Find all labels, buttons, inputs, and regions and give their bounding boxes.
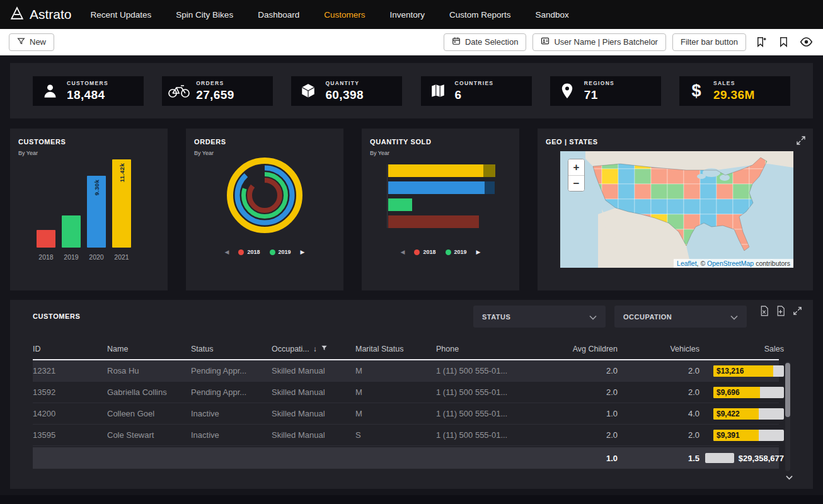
zoom-out-button[interactable]: −: [568, 175, 584, 191]
astrato-logo[interactable]: Astrato: [10, 6, 72, 23]
column-header-id[interactable]: ID: [33, 345, 107, 353]
legend-item-2018[interactable]: 2018: [238, 249, 260, 255]
state-shape[interactable]: [684, 199, 700, 214]
top-nav: Astrato Recent UpdatesSpin City BikesDas…: [0, 0, 823, 29]
nav-item-inventory[interactable]: Inventory: [389, 10, 425, 20]
table-row[interactable]: 14200Colleen GoelInactiveSkilled ManualM…: [33, 403, 779, 425]
state-shape[interactable]: [667, 184, 684, 199]
leaflet-link[interactable]: Leaflet: [677, 260, 697, 267]
eye-icon[interactable]: [798, 34, 814, 50]
state-shape[interactable]: [602, 169, 618, 184]
export-document-icon[interactable]: [776, 306, 785, 316]
legend-item-2018[interactable]: 2018: [414, 249, 435, 255]
hbar-2019[interactable]: [388, 198, 495, 211]
bar-2019[interactable]: [62, 215, 81, 248]
table-row[interactable]: 12321Rosa HuPending Appr...Skilled Manua…: [33, 360, 779, 382]
kpi-value: 29.36M: [713, 88, 755, 102]
state-shape[interactable]: [618, 169, 635, 184]
cell-occupation: Skilled Manual: [272, 387, 355, 397]
state-shape[interactable]: [651, 199, 667, 214]
state-shape[interactable]: [717, 199, 733, 214]
bar-2018[interactable]: [37, 230, 55, 248]
table-row[interactable]: 13592Gabriella CollinsPending Appr...Ski…: [33, 382, 779, 403]
donut-ring-2021[interactable]: [230, 161, 299, 230]
nav-item-dashboard[interactable]: Dashboard: [258, 10, 299, 20]
state-shape[interactable]: [700, 184, 717, 199]
occupation-filter-dropdown[interactable]: OCCUPATION: [614, 306, 747, 328]
column-header-sales[interactable]: Sales: [699, 345, 784, 353]
customers-bar-x-axis: 2018201920202021: [37, 253, 131, 261]
state-shape[interactable]: [667, 169, 684, 184]
hbar-2021[interactable]: [388, 164, 495, 177]
column-header-marital-status[interactable]: Marital Status: [355, 345, 436, 353]
state-shape[interactable]: [635, 169, 651, 184]
zoom-in-button[interactable]: +: [568, 159, 584, 175]
kpi-card-regions: REGIONS71: [550, 76, 661, 106]
state-shape[interactable]: [733, 184, 749, 199]
nav-item-spin-city-bikes[interactable]: Spin City Bikes: [176, 10, 233, 20]
bar-2021[interactable]: 11.42k: [112, 159, 131, 248]
legend-next-arrow[interactable]: ▶: [476, 249, 481, 255]
state-shape[interactable]: [635, 184, 651, 199]
hbar-2018[interactable]: [388, 215, 495, 228]
column-header-status[interactable]: Status: [191, 345, 272, 353]
state-shape[interactable]: [618, 184, 635, 199]
status-filter-dropdown[interactable]: STATUS: [473, 306, 606, 328]
column-header-occupati[interactable]: Occupati...↓: [272, 345, 355, 353]
cell-sales: $13,216: [699, 365, 784, 377]
expand-icon[interactable]: [795, 135, 807, 146]
legend-next-arrow[interactable]: ▶: [301, 249, 305, 255]
state-shape[interactable]: [684, 184, 700, 199]
kpi-value: 27,659: [196, 88, 234, 102]
donut-ring-2018[interactable]: [250, 180, 280, 210]
legend-prev-arrow[interactable]: ◀: [401, 249, 405, 255]
legend-item-2019[interactable]: 2019: [446, 249, 467, 255]
nav-item-customers[interactable]: Customers: [324, 10, 365, 20]
state-shape[interactable]: [717, 184, 733, 199]
column-header-phone[interactable]: Phone: [436, 345, 542, 353]
bottom-bar: [0, 495, 823, 504]
sort-descending-icon[interactable]: ↓: [313, 345, 317, 353]
table-scrollbar-thumb[interactable]: [785, 363, 790, 417]
new-filter-button[interactable]: New: [9, 33, 54, 51]
openstreetmap-link[interactable]: OpenStreetMap: [707, 260, 754, 267]
scroll-down-arrow-icon[interactable]: [786, 472, 793, 482]
sales-bar: $9,696: [713, 387, 784, 398]
state-shape[interactable]: [651, 184, 667, 199]
expand-icon[interactable]: [792, 306, 803, 316]
bookmark-add-icon[interactable]: [752, 34, 769, 50]
state-shape[interactable]: [635, 199, 651, 214]
filter-bar-button[interactable]: Filter bar button: [672, 33, 746, 51]
map-attribution: Leaflet, © OpenStreetMap contributors: [674, 259, 793, 268]
table-row[interactable]: 13595Cole StewartInactiveSkilled ManualS…: [33, 425, 779, 446]
export-excel-icon[interactable]: [759, 306, 769, 316]
nav-item-sandbox[interactable]: Sandbox: [536, 10, 569, 20]
bar-2020[interactable]: 9.30k: [87, 176, 106, 248]
hbar-segment: [388, 164, 483, 177]
bookmark-icon[interactable]: [775, 34, 791, 50]
state-shape[interactable]: [700, 199, 717, 214]
state-shape[interactable]: [651, 169, 667, 184]
date-selection-button[interactable]: Date Selection: [444, 33, 527, 51]
us-states-map[interactable]: + − Leaflet, © OpenStreetMap contributor…: [560, 151, 793, 268]
hbar-segment: [388, 181, 485, 194]
state-shape[interactable]: [667, 199, 684, 214]
funnel-icon: [17, 37, 25, 47]
user-name-button[interactable]: User Name | Piers Batchelor: [532, 33, 666, 51]
cell-avg_children: 2.0: [542, 366, 618, 375]
legend-item-2019[interactable]: 2019: [270, 249, 291, 255]
column-header-vehicles[interactable]: Vehicles: [618, 345, 699, 353]
customers-table: IDNameStatusOccupati...↓Marital StatusPh…: [33, 339, 779, 469]
sales-bar: $9,422: [713, 408, 784, 420]
us-states-map-svg: [560, 151, 793, 268]
column-header-avg-children[interactable]: Avg Children: [542, 345, 618, 353]
column-filter-funnel-icon[interactable]: [321, 345, 328, 353]
table-scrollbar-track[interactable]: [785, 362, 790, 471]
chart-title: CUSTOMERS: [18, 138, 66, 146]
nav-item-recent-updates[interactable]: Recent Updates: [91, 10, 152, 20]
column-header-name[interactable]: Name: [107, 345, 191, 353]
kpi-meta: SALES29.36M: [713, 80, 755, 102]
legend-prev-arrow[interactable]: ◀: [225, 249, 229, 255]
nav-item-custom-reports[interactable]: Custom Reports: [449, 10, 511, 20]
hbar-2020[interactable]: [388, 181, 495, 194]
